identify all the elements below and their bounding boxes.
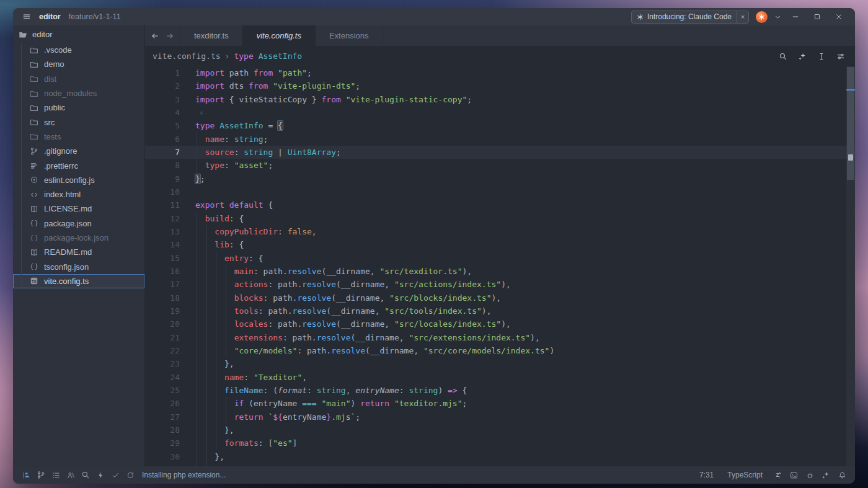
accounts-icon[interactable] bbox=[64, 468, 78, 482]
code-line-17[interactable]: 17 actions: path.resolve(__dirname, "src… bbox=[145, 278, 855, 291]
breadcrumb-file[interactable]: vite.config.ts bbox=[153, 51, 221, 61]
code-line-2[interactable]: 2import dts from "vite-plugin-dts"; bbox=[145, 79, 855, 92]
code-line-15[interactable]: 15 entry: { bbox=[145, 252, 855, 265]
language-mode[interactable]: TypeScript bbox=[722, 471, 768, 479]
layout-tree-icon[interactable] bbox=[19, 468, 33, 482]
code-line-9[interactable]: 9}; bbox=[145, 172, 855, 185]
code-editor[interactable]: 1import path from "path";2import dts fro… bbox=[145, 66, 855, 466]
tree-item-package-json[interactable]: package.json bbox=[13, 216, 144, 231]
code-line-4[interactable]: 4 ⚡ bbox=[145, 106, 855, 119]
sparkles-icon[interactable] bbox=[795, 52, 809, 61]
code-line-23[interactable]: 23 }, bbox=[145, 357, 855, 370]
tree-item-node-modules[interactable]: node_modules bbox=[13, 86, 144, 100]
zap-icon[interactable] bbox=[94, 468, 107, 482]
code-line-11[interactable]: 11export default { bbox=[145, 198, 855, 211]
code-line-10[interactable]: 10 bbox=[145, 185, 855, 198]
cursor-position[interactable]: 7:31 bbox=[694, 471, 719, 479]
code-line-13[interactable]: 13 copyPublicDir: false, bbox=[145, 225, 855, 238]
code-line-5[interactable]: 5type AssetInfo = { bbox=[145, 119, 855, 132]
status-sparkles-icon[interactable] bbox=[819, 468, 833, 482]
code-line-31[interactable]: 31 rollupOptions: { bbox=[145, 463, 855, 466]
tree-item-label: tsconfig.json bbox=[44, 262, 89, 272]
back-button[interactable] bbox=[151, 32, 159, 40]
status-search-icon[interactable] bbox=[79, 468, 92, 482]
code-line-18[interactable]: 18 blocks: path.resolve(__dirname, "src/… bbox=[145, 291, 855, 304]
claude-logo-icon bbox=[758, 14, 765, 20]
code-line-24[interactable]: 24 name: "Texditor", bbox=[145, 371, 855, 384]
outline-list-icon[interactable] bbox=[49, 468, 63, 482]
line-number: 13 bbox=[145, 225, 180, 238]
tree-item-tests[interactable]: tests bbox=[13, 130, 144, 144]
tree-item-readme-md[interactable]: README.md bbox=[13, 245, 144, 259]
folder-icon bbox=[30, 132, 38, 141]
maximize-button[interactable] bbox=[810, 13, 825, 20]
tree-item-tsconfig-json[interactable]: tsconfig.json bbox=[13, 259, 144, 273]
code-line-27[interactable]: 27 return `${entryName}.mjs`; bbox=[145, 410, 855, 424]
chevron-down-icon[interactable] bbox=[774, 14, 781, 20]
close-button[interactable] bbox=[831, 13, 846, 20]
tree-item-vite-config-ts[interactable]: TSvite.config.ts bbox=[13, 274, 144, 288]
forward-button[interactable] bbox=[166, 32, 174, 40]
tree-item--prettierrc[interactable]: .prettierrc bbox=[13, 158, 144, 172]
code-line-30[interactable]: 30 }, bbox=[145, 450, 855, 463]
bell-icon[interactable] bbox=[835, 468, 849, 482]
status-message: Installing php extension... bbox=[142, 471, 226, 479]
code-line-7[interactable]: 7 source: string | Uint8Array; bbox=[145, 146, 855, 159]
tree-item-demo[interactable]: demo bbox=[13, 57, 144, 71]
tab-texditor-ts[interactable]: texditor.ts bbox=[180, 25, 243, 46]
code-line-12[interactable]: 12 build: { bbox=[145, 212, 855, 225]
tree-item-package-lock-json[interactable]: package-lock.json bbox=[13, 231, 144, 245]
tab-vite-config-ts[interactable]: vite.config.ts bbox=[243, 25, 316, 46]
menu-icon[interactable] bbox=[22, 12, 31, 21]
code-line-14[interactable]: 14 lib: { bbox=[145, 238, 855, 251]
tree-item-label: .gitignore bbox=[44, 146, 77, 156]
code-line-22[interactable]: 22 "core/models": path.resolve(__dirname… bbox=[145, 344, 855, 357]
cursor-ibeam-icon[interactable] bbox=[815, 52, 828, 61]
avatar[interactable] bbox=[756, 11, 768, 23]
code-line-3[interactable]: 3import { viteStaticCopy } from "vite-pl… bbox=[145, 93, 855, 106]
tab-extensions[interactable]: Extensions bbox=[316, 25, 383, 46]
code-line-26[interactable]: 26 if (entryName === "main") return "tex… bbox=[145, 397, 855, 410]
tab-label: vite.config.ts bbox=[257, 31, 301, 40]
breadcrumb-type[interactable]: AssetInfo bbox=[259, 51, 302, 61]
check-icon[interactable] bbox=[108, 468, 122, 482]
code-line-25[interactable]: 25 fileName: (format: string, entryName:… bbox=[145, 384, 855, 397]
line-content: if (entryName === "main") return "texdit… bbox=[180, 397, 855, 410]
code-line-21[interactable]: 21 extensions: path.resolve(__dirname, "… bbox=[145, 331, 855, 344]
tree-item-src[interactable]: src bbox=[13, 115, 144, 129]
ts-icon: TS bbox=[30, 277, 38, 285]
tree-item-license-md[interactable]: LICENSE.md bbox=[13, 202, 144, 216]
folder-icon bbox=[30, 74, 38, 83]
code-line-1[interactable]: 1import path from "path"; bbox=[145, 66, 855, 79]
terminal-icon[interactable] bbox=[787, 468, 800, 482]
filter-settings-icon[interactable] bbox=[834, 52, 848, 61]
sync-spinner-icon bbox=[123, 468, 137, 482]
tree-item-eslint-config-js[interactable]: eslint.config.js bbox=[13, 173, 144, 187]
code-line-29[interactable]: 29 formats: ["es"] bbox=[145, 437, 855, 450]
notification-close-button[interactable]: × bbox=[737, 11, 748, 23]
git-branch-label: feature/v1-1-11 bbox=[69, 12, 121, 21]
code-line-8[interactable]: 8 type: "asset"; bbox=[145, 159, 855, 172]
tree-item--vscode[interactable]: .vscode bbox=[13, 43, 144, 57]
tree-root[interactable]: editor bbox=[13, 27, 144, 42]
git-branch-icon[interactable] bbox=[34, 468, 48, 482]
tree-item-public[interactable]: public bbox=[13, 100, 144, 115]
code-line-28[interactable]: 28 }, bbox=[145, 424, 855, 437]
code-line-6[interactable]: 6 name: string; bbox=[145, 133, 855, 146]
scrollbar-thumb[interactable] bbox=[847, 67, 854, 180]
tree-item-dist[interactable]: dist bbox=[13, 72, 144, 86]
breadcrumb-keyword[interactable]: type bbox=[234, 51, 253, 61]
search-icon[interactable] bbox=[776, 52, 790, 61]
tree-item-index-html[interactable]: index.html bbox=[13, 187, 144, 202]
text-transform-icon[interactable]: Z bbox=[771, 468, 784, 482]
minimize-button[interactable] bbox=[788, 13, 803, 20]
code-line-19[interactable]: 19 tools: path.resolve(__dirname, "src/t… bbox=[145, 304, 855, 317]
code-line-20[interactable]: 20 locales: path.resolve(__dirname, "src… bbox=[145, 317, 855, 331]
line-number: 31 bbox=[145, 463, 180, 466]
line-number: 16 bbox=[145, 265, 180, 278]
tree-item--gitignore[interactable]: .gitignore bbox=[13, 144, 144, 158]
code-line-16[interactable]: 16 main: path.resolve(__dirname, "src/te… bbox=[145, 265, 855, 278]
scrollbar[interactable] bbox=[846, 66, 855, 466]
notification-badge[interactable]: Introducing: Claude Code × bbox=[631, 11, 749, 24]
debug-icon[interactable] bbox=[803, 468, 817, 482]
